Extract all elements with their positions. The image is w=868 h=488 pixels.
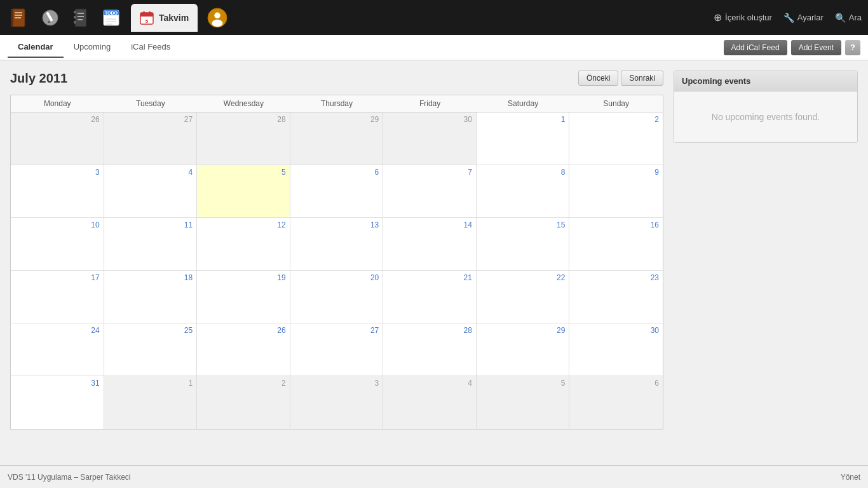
calendar-cell[interactable]: 29 (290, 112, 384, 165)
add-ical-feed-button[interactable]: Add iCal Feed (724, 40, 787, 55)
svg-rect-10 (74, 16, 76, 18)
calendar-cell[interactable]: 30 (569, 323, 663, 376)
add-event-button[interactable]: Add Event (791, 40, 841, 55)
cell-number: 27 (108, 115, 193, 124)
calendar-section: July 2011 Önceki Sonraki Monday Tuesday … (10, 71, 663, 455)
calendar-header: July 2011 Önceki Sonraki (10, 71, 663, 86)
prev-month-button[interactable]: Önceki (578, 71, 618, 86)
footer-manage-link[interactable]: Yönet (841, 473, 860, 482)
calendar-cell[interactable]: 10 (11, 218, 104, 270)
calendar-cell[interactable]: 24 (11, 323, 104, 376)
svg-rect-25 (149, 11, 151, 15)
calendar-nav: Önceki Sonraki (578, 71, 663, 86)
day-header-tue: Tuesday (104, 95, 198, 112)
calendar-cell[interactable]: 29 (477, 323, 570, 376)
calendar-cell[interactable]: 25 (104, 323, 198, 376)
calendar-cell[interactable]: 18 (104, 271, 198, 323)
calendar-cell[interactable]: 8 (477, 165, 570, 217)
nav-todo-button[interactable]: TODO (98, 4, 125, 31)
no-events-message: No upcoming events found. (712, 112, 820, 122)
calendar-cell[interactable]: 2 (569, 112, 663, 165)
calendar-cell[interactable]: 21 (383, 271, 477, 323)
day-header-thu: Thursday (290, 95, 384, 112)
svg-rect-9 (74, 11, 76, 13)
calendar-cell[interactable]: 16 (569, 218, 663, 270)
calendar-cell[interactable]: 17 (11, 271, 104, 323)
settings-button[interactable]: 🔧 Ayarlar (783, 13, 824, 23)
calendar-cell[interactable]: 19 (197, 271, 290, 323)
calendar-cell[interactable]: 27 (290, 323, 384, 376)
calendar-cell[interactable]: 28 (383, 323, 477, 376)
cell-number: 28 (201, 115, 286, 124)
calendar-cell[interactable]: 26 (11, 112, 104, 165)
calendar-cell[interactable]: 11 (104, 218, 198, 270)
cell-number: 10 (15, 220, 100, 229)
calendar-cell[interactable]: 7 (383, 165, 477, 217)
calendar-cell[interactable]: 3 (11, 165, 104, 217)
cell-number: 14 (387, 220, 472, 229)
calendar-cell[interactable]: 5 (197, 165, 290, 217)
cell-number: 9 (573, 168, 659, 177)
calendar-cell[interactable]: 1 (104, 376, 198, 429)
cell-number: 4 (108, 168, 193, 177)
footer-site-name: VDS '11 Uygulama – Sarper Takkeci (8, 473, 131, 482)
cell-number: 25 (108, 326, 193, 335)
calendar-cell[interactable]: 26 (197, 323, 290, 376)
next-month-button[interactable]: Sonraki (621, 71, 663, 86)
nav-notebook-button[interactable] (67, 4, 94, 31)
svg-rect-12 (78, 13, 84, 14)
calendar-cell[interactable]: 30 (383, 112, 477, 165)
calendar-cell[interactable]: 4 (104, 165, 198, 217)
main-content: July 2011 Önceki Sonraki Monday Tuesday … (0, 60, 868, 465)
cell-number: 29 (294, 115, 379, 124)
top-navbar: TODO 5 Takvim (0, 0, 868, 35)
calendar-cell[interactable]: 2 (197, 376, 290, 429)
calendar-cell[interactable]: 13 (290, 218, 384, 270)
calendar-cell[interactable]: 6 (569, 376, 663, 429)
search-button[interactable]: 🔍 Ara (835, 13, 862, 23)
cell-number: 24 (15, 326, 100, 335)
active-tab-label: Takvim (159, 13, 189, 23)
svg-rect-14 (78, 19, 83, 20)
calendar-week-4: 24252627282930 (11, 323, 663, 376)
settings-label: Ayarlar (797, 13, 824, 22)
user-avatar[interactable] (204, 4, 231, 31)
calendar-cell[interactable]: 27 (104, 112, 198, 165)
calendar-cell[interactable]: 3 (290, 376, 384, 429)
day-header-fri: Friday (383, 95, 477, 112)
calendar-cell[interactable]: 4 (383, 376, 477, 429)
cell-number: 1 (108, 379, 193, 388)
calendar-week-5: 31123456 (11, 376, 663, 429)
nav-right-items: ⊕ İçerik oluştur 🔧 Ayarlar 🔍 Ara (714, 11, 862, 24)
create-content-button[interactable]: ⊕ İçerik oluştur (714, 11, 772, 24)
calendar-cell[interactable]: 12 (197, 218, 290, 270)
calendar-cell[interactable]: 31 (11, 376, 104, 429)
calendar-cell[interactable]: 22 (477, 271, 570, 323)
svg-rect-23 (140, 15, 153, 17)
calendar-cell[interactable]: 15 (477, 218, 570, 270)
calendar-cell[interactable]: 14 (383, 218, 477, 270)
cell-number: 1 (480, 115, 566, 124)
calendar-cell[interactable]: 28 (197, 112, 290, 165)
cell-number: 12 (201, 220, 286, 229)
tab-calendar[interactable]: Calendar (8, 37, 64, 58)
day-header-sat: Saturday (477, 95, 570, 112)
sidebar: Upcoming events No upcoming events found… (674, 71, 858, 455)
calendar-cell[interactable]: 1 (477, 112, 570, 165)
svg-rect-8 (75, 9, 86, 27)
calendar-title: July 2011 (10, 71, 578, 86)
svg-text:TODO: TODO (105, 11, 118, 15)
calendar-cell[interactable]: 5 (477, 376, 570, 429)
tab-ical-feeds[interactable]: iCal Feeds (121, 37, 180, 58)
calendar-cell[interactable]: 20 (290, 271, 384, 323)
nav-calendar-tab[interactable]: 5 Takvim (131, 4, 198, 32)
cell-number: 28 (387, 326, 472, 335)
tab-upcoming[interactable]: Upcoming (64, 37, 121, 58)
calendar-cell[interactable]: 6 (290, 165, 384, 217)
nav-book-button[interactable] (6, 4, 33, 31)
search-icon: 🔍 (835, 13, 846, 23)
calendar-cell[interactable]: 9 (569, 165, 663, 217)
calendar-cell[interactable]: 23 (569, 271, 663, 323)
nav-pencil-button[interactable] (37, 4, 64, 31)
help-button[interactable]: ? (845, 40, 860, 55)
